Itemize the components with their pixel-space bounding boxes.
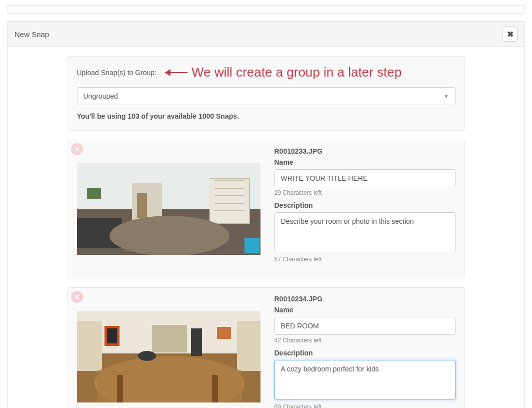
close-icon: ✖ [507, 30, 514, 39]
svg-rect-25 [212, 375, 218, 402]
group-select[interactable]: Ungrouped ▼ [77, 87, 456, 105]
close-button[interactable]: ✖ [502, 27, 518, 42]
name-input[interactable] [274, 317, 456, 335]
remove-snap-button[interactable]: ✕ [71, 291, 83, 303]
snap-thumbnail [77, 163, 260, 255]
svg-rect-5 [137, 193, 147, 218]
snap-filename: R0010234.JPG [274, 295, 456, 303]
svg-rect-21 [191, 328, 202, 356]
arrow-left-icon [166, 72, 188, 73]
svg-rect-20 [152, 325, 187, 352]
previous-panel-edge [7, 5, 525, 14]
svg-rect-6 [210, 178, 250, 223]
snap-card: ✕ [68, 140, 465, 278]
close-icon: ✕ [74, 293, 80, 301]
annotation-text: We will create a group in a later step [192, 65, 402, 80]
name-char-count: 29 Characters left [274, 189, 456, 196]
svg-point-13 [110, 216, 230, 255]
upload-group-label: Upload Snap(s) to Group: [77, 69, 157, 77]
panel-title: New Snap [14, 30, 49, 39]
name-label: Name [274, 306, 456, 314]
svg-rect-16 [77, 321, 102, 371]
description-label: Description [274, 349, 456, 357]
usage-info: You'll be using 103 of your available 10… [77, 112, 456, 120]
chevron-down-icon: ▼ [444, 94, 449, 99]
upload-group-box: Upload Snap(s) to Group: We will create … [68, 56, 465, 131]
name-input[interactable] [274, 169, 456, 187]
snap-filename: R0010233.JPG [274, 147, 456, 155]
svg-rect-3 [87, 188, 101, 199]
svg-rect-17 [237, 321, 260, 371]
description-input[interactable] [274, 360, 456, 400]
svg-rect-19 [107, 328, 117, 343]
close-icon: ✕ [74, 145, 80, 153]
annotation: We will create a group in a later step [166, 65, 402, 80]
group-select-value: Ungrouped [84, 92, 118, 100]
svg-point-26 [138, 351, 156, 361]
name-label: Name [274, 158, 456, 166]
description-char-count: 69 Characters left [274, 403, 456, 408]
snap-card: ✕ [68, 287, 465, 408]
svg-rect-22 [217, 327, 231, 339]
remove-snap-button[interactable]: ✕ [71, 143, 83, 155]
new-snap-panel: New Snap ✖ Upload Snap(s) to Group: We w… [7, 21, 525, 408]
svg-rect-12 [244, 238, 260, 253]
snap-thumbnail [77, 311, 260, 402]
name-char-count: 42 Characters left [274, 337, 456, 344]
description-input[interactable] [274, 212, 456, 252]
panel-header: New Snap ✖ [8, 22, 524, 47]
description-label: Description [274, 201, 456, 209]
description-char-count: 57 Characters left [274, 256, 456, 263]
svg-rect-24 [117, 375, 123, 402]
